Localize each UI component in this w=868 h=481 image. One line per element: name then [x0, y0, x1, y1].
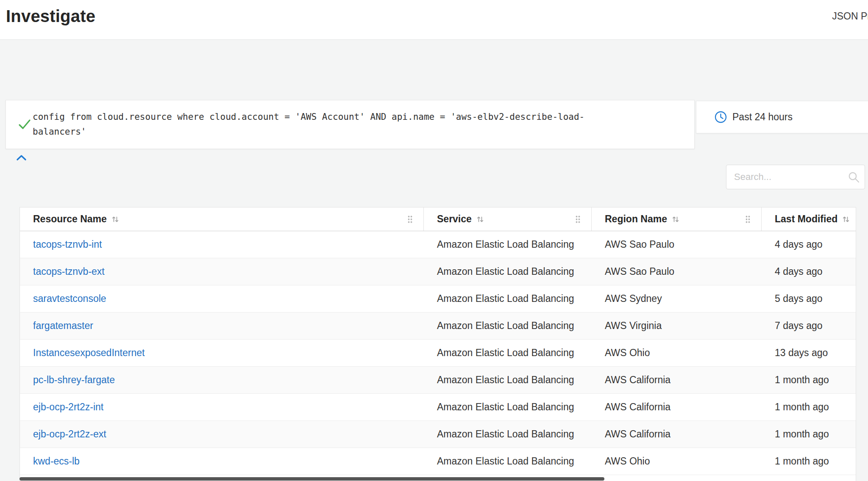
table-row: pc-lb-shrey-fargate Amazon Elastic Load …: [20, 367, 856, 394]
service-cell: Amazon Elastic Load Balancing: [424, 448, 592, 475]
resource-name-link[interactable]: ejb-ocp-2rt2z-ext: [33, 428, 106, 440]
horizontal-scrollbar-thumb[interactable]: [19, 477, 604, 481]
last-modified-cell: 4 days ago: [762, 231, 856, 258]
table-row: tacops-tznvb-ext Amazon Elastic Load Bal…: [20, 258, 856, 285]
resource-name-link[interactable]: kwd-ecs-lb: [33, 456, 80, 467]
region-name-cell: AWS Sao Paulo: [592, 231, 762, 258]
query-valid-check-icon: [18, 119, 31, 130]
last-modified-cell: 7 days ago: [762, 312, 856, 339]
region-name-cell: AWS Sydney: [592, 285, 762, 312]
resource-name-link[interactable]: fargatemaster: [33, 320, 93, 332]
column-label: Last Modified: [775, 213, 837, 225]
search-box: [726, 165, 865, 189]
service-cell: Amazon Elastic Load Balancing: [424, 312, 592, 339]
last-modified-cell: 1 month ago: [762, 394, 856, 420]
service-cell: Amazon Elastic Load Balancing: [424, 258, 592, 285]
json-preview-toggle[interactable]: JSON Pr: [832, 11, 868, 22]
last-modified-cell: 1 month ago: [762, 421, 856, 448]
last-modified-cell: 5 days ago: [762, 285, 856, 312]
collapse-query-chevron-icon[interactable]: [16, 154, 27, 161]
service-cell: Amazon Elastic Load Balancing: [424, 367, 592, 393]
time-range-label: Past 24 hours: [732, 111, 793, 123]
table-row: InstancesexposedInternet Amazon Elastic …: [20, 340, 856, 367]
resource-name-link[interactable]: pc-lb-shrey-fargate: [33, 374, 115, 386]
page-title: Investigate: [6, 7, 95, 25]
resource-name-link[interactable]: tacops-tznvb-int: [33, 239, 102, 250]
clock-icon: [714, 111, 727, 124]
region-name-cell: AWS Virginia: [592, 312, 762, 339]
results-table: Resource Name Service: [19, 207, 856, 481]
column-header[interactable]: Region Name: [592, 207, 762, 231]
last-modified-cell: 1 month ago: [762, 367, 856, 393]
sort-icon[interactable]: [111, 215, 120, 224]
table-row: fargatemaster Amazon Elastic Load Balanc…: [20, 312, 856, 340]
last-modified-cell: 4 days ago: [762, 258, 856, 285]
service-cell: Amazon Elastic Load Balancing: [424, 340, 592, 366]
table-body: tacops-tznvb-int Amazon Elastic Load Bal…: [20, 231, 856, 475]
service-cell: Amazon Elastic Load Balancing: [424, 394, 592, 420]
resource-name-link[interactable]: InstancesexposedInternet: [33, 347, 145, 359]
drag-handle-icon[interactable]: [745, 215, 751, 224]
region-name-cell: AWS Ohio: [592, 448, 762, 475]
service-cell: Amazon Elastic Load Balancing: [424, 421, 592, 448]
sort-icon[interactable]: [671, 215, 680, 224]
sort-icon[interactable]: [842, 215, 850, 224]
region-name-cell: AWS Sao Paulo: [592, 258, 762, 285]
table-row: tacops-tznvb-int Amazon Elastic Load Bal…: [20, 231, 856, 258]
column-header[interactable]: Service: [424, 207, 592, 231]
drag-handle-icon[interactable]: [407, 215, 413, 224]
region-name-cell: AWS California: [592, 367, 762, 393]
last-modified-cell: 13 days ago: [762, 340, 856, 366]
column-label: Region Name: [605, 213, 667, 225]
column-label: Resource Name: [33, 213, 107, 225]
table-row: kwd-ecs-lb Amazon Elastic Load Balancing…: [20, 448, 856, 475]
region-name-cell: AWS California: [592, 421, 762, 448]
query-card: config from cloud.resource where cloud.a…: [6, 100, 695, 149]
time-range-selector[interactable]: Past 24 hours: [696, 101, 868, 133]
investigate-page: Investigate JSON Pr config from cloud.re…: [0, 0, 868, 481]
drag-handle-icon[interactable]: [575, 215, 581, 224]
column-label: Service: [437, 213, 472, 225]
rql-query-input[interactable]: config from cloud.resource where cloud.a…: [33, 110, 611, 139]
resource-name-link[interactable]: saravtestconsole: [33, 293, 106, 304]
table-row: ejb-ocp-2rt2z-ext Amazon Elastic Load Ba…: [20, 421, 856, 448]
search-input[interactable]: [726, 165, 865, 189]
region-name-cell: AWS Ohio: [592, 340, 762, 366]
table-row: ejb-ocp-2rt2z-int Amazon Elastic Load Ba…: [20, 394, 856, 421]
search-icon: [848, 171, 860, 183]
column-header[interactable]: Resource Name: [20, 207, 424, 231]
resource-name-link[interactable]: ejb-ocp-2rt2z-int: [33, 401, 103, 413]
last-modified-cell: 1 month ago: [762, 448, 856, 475]
top-bar: Investigate JSON Pr: [0, 0, 868, 40]
service-cell: Amazon Elastic Load Balancing: [424, 285, 592, 312]
table-row: saravtestconsole Amazon Elastic Load Bal…: [20, 285, 856, 312]
region-name-cell: AWS California: [592, 394, 762, 420]
column-header[interactable]: Last Modified: [762, 207, 856, 231]
sort-icon[interactable]: [476, 215, 484, 224]
table-header-row: Resource Name Service: [20, 207, 856, 231]
resource-name-link[interactable]: tacops-tznvb-ext: [33, 266, 105, 277]
service-cell: Amazon Elastic Load Balancing: [424, 231, 592, 258]
